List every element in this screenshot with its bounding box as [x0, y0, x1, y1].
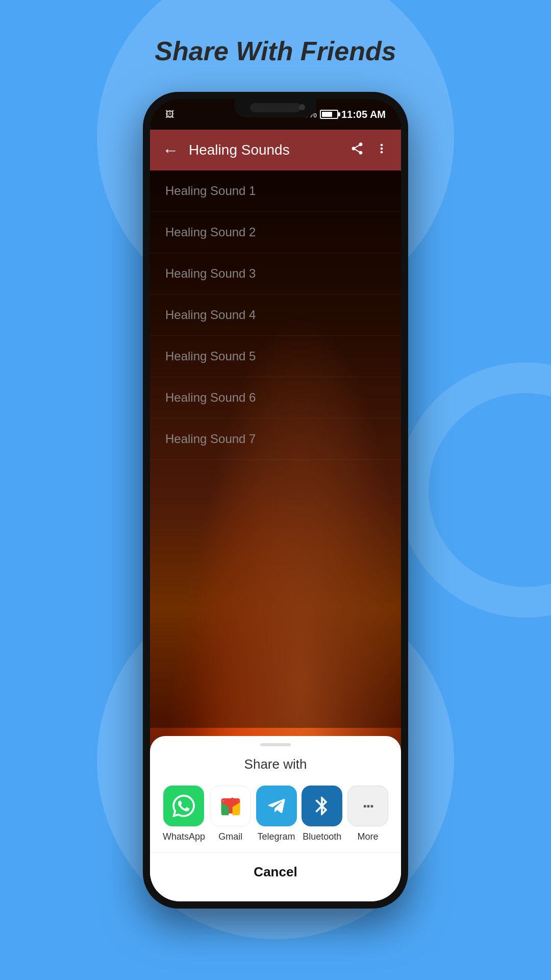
gmail-icon: [210, 786, 251, 826]
more-label: More: [358, 831, 379, 842]
photo-icon: 🖼: [165, 109, 174, 120]
phone-frame: 🖼 6% 11:05 AM ← Healing Sounds: [143, 92, 408, 909]
share-button[interactable]: [350, 141, 364, 159]
share-apps: WhatsApp: [150, 780, 401, 852]
share-whatsapp[interactable]: WhatsApp: [163, 786, 205, 842]
cancel-button[interactable]: Cancel: [150, 852, 401, 891]
share-bluetooth[interactable]: Bluetooth: [302, 786, 342, 842]
app-bar: ← Healing Sounds: [150, 130, 401, 170]
status-right: 6% 11:05 AM: [304, 109, 386, 120]
status-left: 🖼: [165, 109, 174, 120]
phone-screen: 🖼 6% 11:05 AM ← Healing Sounds: [150, 99, 401, 901]
bg-arc-right: [398, 362, 551, 618]
notch: [235, 99, 316, 117]
gmail-label: Gmail: [218, 831, 242, 842]
content-area: Healing Sound 1 Healing Sound 2 Healing …: [150, 170, 401, 901]
battery-fill: [322, 112, 332, 117]
notch-pill: [250, 103, 301, 112]
whatsapp-icon: [163, 786, 204, 826]
whatsapp-label: WhatsApp: [163, 831, 205, 842]
telegram-label: Telegram: [257, 831, 295, 842]
app-bar-actions: [350, 141, 389, 159]
status-bar: 🖼 6% 11:05 AM: [150, 99, 401, 130]
sheet-overlay: [150, 170, 401, 728]
back-button[interactable]: ←: [162, 141, 179, 160]
more-icon: ···: [347, 786, 388, 826]
share-telegram[interactable]: Telegram: [256, 786, 297, 842]
bluetooth-label: Bluetooth: [303, 831, 341, 842]
status-time: 11:05 AM: [341, 109, 386, 120]
notch-camera: [299, 104, 305, 110]
telegram-icon: [256, 786, 297, 826]
share-gmail[interactable]: Gmail: [210, 786, 251, 842]
app-bar-title: Healing Sounds: [189, 142, 340, 158]
page-title: Share With Friends: [155, 36, 396, 66]
bluetooth-icon: [302, 786, 342, 826]
menu-button[interactable]: [374, 141, 389, 159]
share-sheet: Share with WhatsApp: [150, 736, 401, 901]
share-title: Share with: [150, 746, 401, 780]
share-more[interactable]: ··· More: [347, 786, 388, 842]
battery-icon: [320, 110, 338, 119]
